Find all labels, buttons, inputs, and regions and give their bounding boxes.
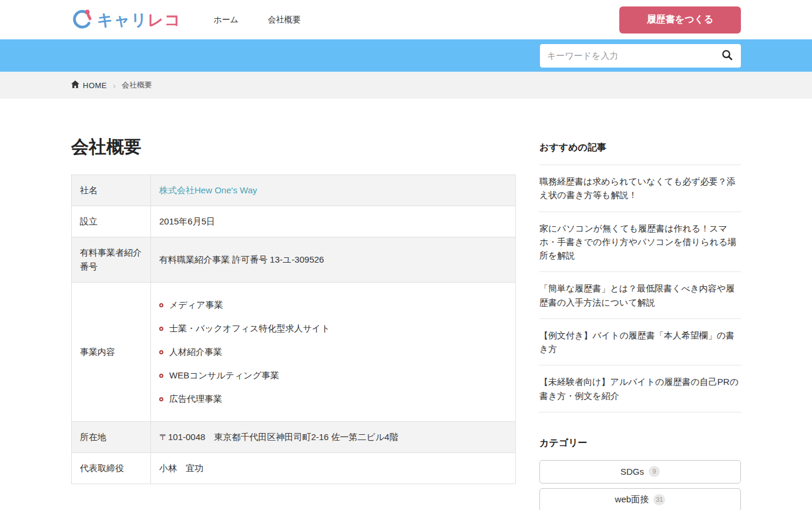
list-item: 広告代理事業 <box>159 387 507 411</box>
nav-item-home[interactable]: ホーム <box>213 15 239 25</box>
site-logo[interactable]: キャリレコ <box>71 8 181 32</box>
search-icon <box>722 49 733 62</box>
category-button-web-interview[interactable]: web面接 31 <box>539 488 741 510</box>
category-button-sdgs[interactable]: SDGs 9 <box>539 460 741 484</box>
list-item: WEBコンサルティング事業 <box>159 364 507 387</box>
row-value: 小林 宜功 <box>151 453 516 484</box>
category-list: SDGs 9 web面接 31 <box>539 460 741 510</box>
row-label: 所在地 <box>72 422 151 453</box>
row-value: 2015年6月5日 <box>151 206 516 237</box>
search-input[interactable] <box>547 51 719 61</box>
row-label: 事業内容 <box>72 283 151 422</box>
row-label: 設立 <box>72 206 151 237</box>
list-item: 人材紹介事業 <box>159 340 507 364</box>
recommended-articles-list: 職務経歴書は求められていなくても必ず必要？添え状の書き方等も解説！ 家にパソコン… <box>539 165 741 412</box>
row-label: 代表取締役 <box>72 453 151 484</box>
circle-bullet-icon <box>159 350 163 354</box>
category-count-badge: 9 <box>649 466 660 477</box>
breadcrumb-separator: › <box>113 80 116 90</box>
row-label: 社名 <box>72 175 151 206</box>
page-title: 会社概要 <box>71 135 516 159</box>
table-row-license-number: 有料事業者紹介番号 有料職業紹介事業 許可番号 13-ユ-309526 <box>72 237 516 283</box>
search-box <box>540 44 741 68</box>
logo-icon <box>71 8 93 32</box>
list-item: 士業・バックオフィス特化型求人サイト <box>159 317 507 340</box>
main-content: 会社概要 社名 株式会社Hew One's Way 設立 2015年6月5日 有… <box>71 99 516 484</box>
breadcrumb-current: 会社概要 <box>122 80 152 90</box>
main-nav: ホーム 会社概要 <box>213 15 301 25</box>
business-list: メディア事業 士業・バックオフィス特化型求人サイト 人材紹介事業 WEBコンサル… <box>159 291 507 413</box>
create-resume-button[interactable]: 履歴書をつくる <box>619 6 741 33</box>
logo-text: キャリレコ <box>97 9 181 31</box>
article-link[interactable]: 家にパソコンが無くても履歴書は作れる！スマホ・手書きでの作り方やパソコンを借りら… <box>539 212 741 273</box>
article-link[interactable]: 「簡単な履歴書」とは？最低限書くべき内容や履歴書の入手方法について解説 <box>539 272 741 319</box>
company-info-table: 社名 株式会社Hew One's Way 設立 2015年6月5日 有料事業者紹… <box>71 175 516 484</box>
category-label: SDGs <box>620 467 644 477</box>
breadcrumb-bar: HOME › 会社概要 <box>0 72 812 99</box>
category-label: web面接 <box>615 494 649 505</box>
sidebar: おすすめの記事 職務経歴書は求められていなくても必ず必要？添え状の書き方等も解説… <box>539 99 741 510</box>
breadcrumb: HOME › 会社概要 <box>71 80 741 90</box>
list-item: メディア事業 <box>159 293 507 317</box>
row-value: メディア事業 士業・バックオフィス特化型求人サイト 人材紹介事業 WEBコンサル… <box>151 283 516 422</box>
site-header: キャリレコ ホーム 会社概要 履歴書をつくる <box>0 0 812 39</box>
list-item-label: 士業・バックオフィス特化型求人サイト <box>169 321 330 335</box>
category-count-badge: 31 <box>653 494 665 505</box>
categories-heading: カテゴリー <box>539 437 741 449</box>
circle-bullet-icon <box>159 397 163 401</box>
list-item-label: 広告代理事業 <box>169 392 222 406</box>
search-band <box>0 39 812 72</box>
recommended-articles-heading: おすすめの記事 <box>539 142 741 165</box>
list-item-label: メディア事業 <box>169 298 223 312</box>
article-link[interactable]: 職務経歴書は求められていなくても必ず必要？添え状の書き方等も解説！ <box>539 165 741 212</box>
table-row-founded: 設立 2015年6月5日 <box>72 206 516 237</box>
list-item-label: WEBコンサルティング事業 <box>169 368 279 382</box>
breadcrumb-home-label: HOME <box>83 81 107 90</box>
table-row-address: 所在地 〒101-0048 東京都千代田区神田司町2-16 佐一第二ビル4階 <box>72 422 516 453</box>
home-icon <box>71 80 79 90</box>
breadcrumb-home-link[interactable]: HOME <box>71 80 107 90</box>
circle-bullet-icon <box>159 303 163 307</box>
circle-bullet-icon <box>159 374 163 378</box>
circle-bullet-icon <box>159 327 163 331</box>
row-value: 有料職業紹介事業 許可番号 13-ユ-309526 <box>151 237 516 283</box>
row-value: 〒101-0048 東京都千代田区神田司町2-16 佐一第二ビル4階 <box>151 422 516 453</box>
nav-item-company[interactable]: 会社概要 <box>268 15 301 25</box>
row-label: 有料事業者紹介番号 <box>72 237 151 283</box>
list-item-label: 人材紹介事業 <box>169 345 222 359</box>
article-link[interactable]: 【例文付き】バイトの履歴書「本人希望欄」の書き方 <box>539 319 741 366</box>
table-row-business: 事業内容 メディア事業 士業・バックオフィス特化型求人サイト 人材紹介事業 WE… <box>72 283 516 422</box>
table-row-ceo: 代表取締役 小林 宜功 <box>72 453 516 484</box>
article-link[interactable]: 【未経験者向け】アルバイトの履歴書の自己PRの書き方・例文を紹介 <box>539 365 741 412</box>
company-name-link[interactable]: 株式会社Hew One's Way <box>159 185 257 195</box>
table-row-company-name: 社名 株式会社Hew One's Way <box>72 175 516 206</box>
search-button[interactable] <box>719 47 735 65</box>
